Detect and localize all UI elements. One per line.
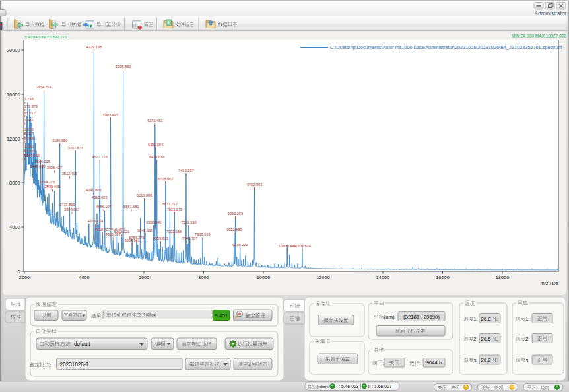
svg-text:3512.405: 3512.405	[62, 172, 77, 176]
svg-text:2448.008: 2448.008	[30, 164, 45, 168]
svg-text:X:4184.039 Y:1392.771: X:4184.039 Y:1392.771	[24, 34, 67, 39]
svg-text:1:: 1:	[473, 316, 477, 322]
svg-text:9044 h: 9044 h	[426, 360, 442, 366]
svg-text::: :	[447, 385, 448, 390]
svg-text:0: 0	[17, 269, 20, 275]
svg-text:5754.275: 5754.275	[129, 236, 144, 240]
svg-text:9702.993: 9702.993	[247, 183, 262, 187]
svg-text::: :	[50, 362, 51, 368]
svg-text:2606.025: 2606.025	[35, 160, 50, 164]
svg-text:16000: 16000	[436, 275, 450, 280]
svg-text:2544.546: 2544.546	[24, 154, 40, 158]
svg-text:18000: 18000	[496, 275, 510, 280]
svg-text:9022.889: 9022.889	[226, 228, 242, 232]
svg-text:20231026-1: 20231026-1	[60, 362, 89, 368]
svg-text:20000: 20000	[7, 48, 20, 53]
svg-text:MIN:24.000 MAX:19927.000: MIN:24.000 MAX:19927.000	[512, 34, 567, 38]
svg-text:26.5: 26.5	[481, 336, 491, 342]
svg-text:7023.173: 7023.173	[167, 207, 182, 211]
svg-text:2:: 2:	[525, 336, 529, 342]
svg-text:Administrator: Administrator	[535, 11, 567, 16]
svg-text:default: default	[74, 341, 90, 347]
svg-text::: :	[537, 385, 538, 390]
svg-text:6042.698: 6042.698	[137, 228, 152, 232]
svg-text:1.660: 1.660	[24, 145, 34, 148]
svg-text:3:: 3:	[473, 358, 477, 364]
svg-text:4618.423: 4618.423	[95, 228, 110, 232]
svg-text:6016.808: 6016.808	[137, 193, 152, 197]
svg-text:11300.824: 11300.824	[294, 244, 311, 248]
svg-text:4000: 4000	[79, 275, 89, 280]
svg-text:4884.504: 4884.504	[103, 113, 118, 117]
svg-text:26.8: 26.8	[481, 316, 491, 322]
svg-text:7001.088: 7001.088	[166, 230, 182, 234]
svg-text:6559.813: 6559.813	[153, 236, 168, 240]
svg-text:(32180 , 29690): (32180 , 29690)	[403, 314, 440, 320]
svg-text:172.373: 172.373	[24, 104, 38, 108]
svg-text:4000: 4000	[9, 224, 20, 230]
svg-text:9.451: 9.451	[215, 313, 228, 319]
svg-text:3433.890: 3433.890	[59, 203, 75, 207]
svg-text:6372.483: 6372.483	[147, 119, 162, 123]
svg-text:7968.613: 7968.613	[195, 232, 210, 236]
svg-text:14000: 14000	[376, 275, 390, 280]
svg-text::: :	[383, 360, 384, 366]
svg-text:6000: 6000	[139, 275, 149, 280]
svg-text:2000: 2000	[19, 275, 30, 280]
svg-text:12000: 12000	[7, 136, 20, 142]
svg-text:7413.287: 7413.287	[178, 168, 193, 172]
svg-text:8000: 8000	[9, 180, 20, 186]
svg-text:m/z / Da: m/z / Da	[540, 280, 558, 286]
svg-text:7501.530: 7501.530	[181, 220, 196, 224]
svg-text:16000: 16000	[7, 92, 20, 98]
svg-text:1.799: 1.799	[24, 97, 34, 101]
svg-text:3:: 3:	[525, 358, 529, 364]
svg-text:5305.882: 5305.882	[116, 65, 131, 69]
svg-text::: :	[420, 360, 421, 366]
svg-text:3186.980: 3186.980	[52, 139, 67, 143]
svg-text:4376.274: 4376.274	[88, 219, 103, 223]
svg-text:2:: 2:	[473, 336, 477, 342]
svg-text:5262.021: 5262.021	[114, 230, 129, 234]
svg-text:2654.574: 2654.574	[36, 85, 51, 89]
svg-text:(um):: (um):	[384, 314, 396, 320]
svg-text:4527.226: 4527.226	[92, 155, 108, 159]
svg-text:I : 5.4e-003: I : 5.4e-003	[337, 384, 359, 389]
svg-text:3006.427: 3006.427	[47, 166, 62, 170]
svg-text:2.907: 2.907	[24, 118, 34, 122]
svg-text:65.212: 65.212	[24, 111, 36, 115]
svg-text:6434.014: 6434.014	[149, 155, 164, 159]
svg-text:41.662: 41.662	[24, 149, 36, 153]
svg-text:II : 1.6e-007: II : 1.6e-007	[368, 384, 392, 389]
svg-text::: :	[101, 313, 102, 319]
svg-text::: :	[490, 385, 492, 390]
svg-text:8000: 8000	[198, 275, 209, 280]
svg-text:4513.423: 4513.423	[92, 195, 107, 199]
svg-text:4341.800: 4341.800	[86, 188, 101, 192]
svg-text:(mbar):: (mbar):	[316, 385, 329, 389]
svg-text:7540.707: 7540.707	[182, 236, 197, 240]
svg-text:2939.405: 2939.405	[45, 185, 60, 189]
svg-text:3707.674: 3707.674	[68, 146, 83, 150]
svg-text:6328.046: 6328.046	[146, 220, 161, 224]
svg-text:4329.198: 4329.198	[86, 45, 102, 49]
svg-text:2.027: 2.027	[24, 131, 34, 135]
svg-text:6391.603: 6391.603	[148, 143, 163, 147]
svg-text:9060.283: 9060.283	[228, 212, 243, 216]
svg-text:12000: 12000	[316, 275, 330, 280]
svg-text:9218.209: 9218.209	[232, 243, 248, 247]
svg-text:6726.062: 6726.062	[158, 177, 173, 181]
svg-text:4686.107: 4686.107	[96, 205, 111, 209]
svg-text:5.248: 5.248	[24, 137, 34, 141]
svg-text:3608.667: 3608.667	[64, 207, 79, 211]
svg-text:5581.681: 5581.681	[123, 205, 139, 209]
svg-text:6871.277: 6871.277	[162, 202, 178, 206]
svg-text:10000: 10000	[257, 275, 271, 280]
svg-text:2764.275: 2764.275	[40, 180, 55, 184]
svg-text:1:: 1:	[525, 316, 529, 322]
svg-text:C:\Users\hp\Documents\Autof ms: C:\Users\hp\Documents\Autof ms1000 Data\…	[330, 44, 562, 50]
svg-text:26.2: 26.2	[481, 357, 491, 363]
svg-text:i: i	[168, 20, 170, 25]
